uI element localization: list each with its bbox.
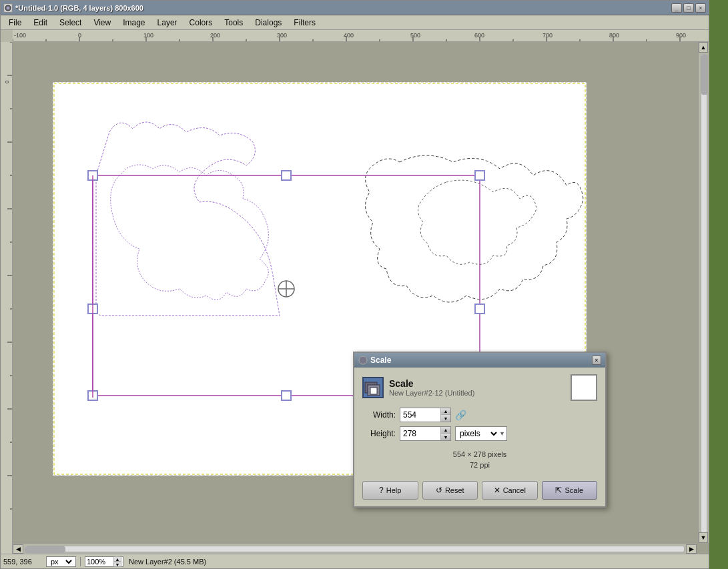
scroll-left-button[interactable]: ◀ (13, 544, 23, 554)
width-up-button[interactable]: ▲ (441, 408, 450, 415)
scroll-down-button[interactable]: ▼ (699, 532, 708, 543)
scroll-thumb[interactable] (25, 546, 65, 553)
layer-info: New Layer#2 (45.5 MB) (126, 558, 206, 566)
scroll-right-button[interactable]: ▶ (686, 544, 697, 554)
zoom-spin: ▲ ▼ (113, 556, 121, 567)
svg-rect-67 (282, 391, 291, 400)
divider (80, 557, 81, 566)
coordinates-display: 559, 396 (3, 558, 43, 566)
svg-text:500: 500 (410, 32, 420, 39)
width-input[interactable] (400, 408, 440, 422)
svg-text:900: 900 (676, 32, 686, 39)
app-window: *Untitled-1.0 (RGB, 4 layers) 800x600 _ … (0, 0, 709, 569)
vertical-scrollbar[interactable]: ▲ ▼ (698, 42, 709, 543)
dialog-layer-name: Scale (389, 378, 565, 389)
menu-tools[interactable]: Tools (219, 17, 248, 29)
horizontal-scrollbar[interactable]: ◀ ▶ (13, 543, 697, 554)
svg-text:-100: -100 (14, 32, 26, 39)
dialog-title-bar: Scale × (354, 353, 605, 368)
help-label: Help (386, 486, 402, 494)
height-spin-buttons: ▲ ▼ (440, 427, 450, 440)
menu-bar: File Edit Select View Image Layer Colors… (1, 15, 709, 30)
height-label: Height: (362, 429, 396, 438)
title-bar-left: *Untitled-1.0 (RGB, 4 layers) 800x600 (3, 3, 143, 13)
dropdown-arrow-icon: ▼ (499, 430, 505, 437)
width-down-button[interactable]: ▼ (441, 415, 450, 422)
dialog-header: Scale New Layer#2-12 (Untitled) (362, 374, 597, 401)
menu-filters[interactable]: Filters (288, 17, 321, 29)
dialog-icon-small (358, 356, 368, 365)
dialog-close-button[interactable]: × (592, 356, 601, 365)
zoom-input[interactable] (87, 558, 113, 566)
help-button[interactable]: ? Help (362, 481, 418, 500)
scale-icon: ⇱ (555, 486, 562, 495)
menu-select[interactable]: Select (54, 17, 87, 29)
menu-file[interactable]: File (3, 17, 27, 29)
cancel-label: Cancel (503, 486, 526, 494)
scroll-up-button[interactable]: ▲ (699, 42, 708, 53)
svg-text:0: 0 (4, 80, 10, 83)
svg-point-73 (359, 356, 367, 364)
minimize-button[interactable]: _ (671, 3, 682, 13)
svg-text:400: 400 (344, 32, 354, 39)
close-button[interactable]: × (695, 3, 706, 13)
window-title: *Untitled-1.0 (RGB, 4 layers) 800x600 (15, 4, 143, 12)
menu-edit[interactable]: Edit (28, 17, 53, 29)
svg-rect-63 (475, 171, 484, 180)
help-icon: ? (379, 486, 384, 495)
title-bar: *Untitled-1.0 (RGB, 4 layers) 800x600 _ … (1, 1, 709, 15)
scroll-vtrack[interactable] (701, 54, 707, 534)
dialog-title-area: Scale (358, 356, 391, 365)
svg-rect-76 (370, 388, 377, 394)
width-field-row: Width: ▲ ▼ 🔗 (362, 408, 597, 422)
scale-dialog: Scale × Scale New Layer#2-12 (Untitled) (353, 352, 607, 508)
dimension-info: 554 × 278 pixels (362, 450, 597, 458)
width-label: Width: (362, 410, 396, 420)
menu-dialogs[interactable]: Dialogs (250, 17, 287, 29)
width-spin-buttons: ▲ ▼ (440, 408, 450, 422)
ppi-info: 72 ppi (362, 461, 597, 469)
menu-image[interactable]: Image (117, 17, 150, 29)
horizontal-ruler: -100 0 100 200 300 400 500 (13, 30, 709, 42)
height-input-wrap: ▲ ▼ (400, 426, 451, 441)
menu-colors[interactable]: Colors (184, 17, 218, 29)
dialog-body: Scale New Layer#2-12 (Untitled) Width: ▲… (354, 368, 605, 506)
svg-text:200: 200 (210, 32, 220, 39)
height-input[interactable] (400, 427, 440, 440)
dialog-button-row: ? Help ↺ Reset ✕ Cancel ⇱ Scale (362, 481, 597, 500)
scale-button[interactable]: ⇱ Scale (542, 481, 598, 500)
maximize-button[interactable]: □ (683, 3, 694, 13)
app-icon (3, 3, 13, 13)
width-input-wrap: ▲ ▼ (400, 408, 451, 422)
zoom-up-button[interactable]: ▲ (113, 556, 121, 562)
svg-text:100: 100 (143, 32, 153, 39)
unit-selector[interactable]: px % in mm (46, 556, 76, 567)
vertical-ruler: 0 100 200 300 400 500 600 (1, 42, 13, 554)
scroll-vthumb[interactable] (701, 55, 708, 95)
reset-label: Reset (445, 486, 464, 494)
svg-text:0: 0 (78, 32, 81, 39)
svg-rect-35 (1, 42, 13, 542)
dialog-title: Scale (370, 356, 391, 365)
scroll-track[interactable] (25, 546, 685, 552)
scale-unit-select[interactable]: pixels percent inches mm cm (457, 428, 499, 439)
svg-rect-65 (475, 304, 484, 314)
svg-rect-1 (13, 30, 709, 42)
dialog-preview (571, 374, 597, 401)
zoom-down-button[interactable]: ▼ (113, 562, 121, 567)
height-up-button[interactable]: ▲ (441, 427, 450, 434)
svg-text:800: 800 (609, 32, 619, 39)
cancel-button[interactable]: ✕ Cancel (482, 481, 538, 500)
unit-select[interactable]: px % in mm (48, 557, 74, 566)
svg-text:600: 600 (474, 32, 484, 39)
menu-view[interactable]: View (88, 17, 116, 29)
cancel-icon: ✕ (494, 486, 500, 495)
zoom-display[interactable]: ▲ ▼ (85, 556, 123, 567)
menu-layer[interactable]: Layer (152, 17, 183, 29)
svg-rect-62 (282, 171, 291, 180)
height-down-button[interactable]: ▼ (441, 434, 450, 440)
title-bar-buttons: _ □ × (671, 3, 706, 13)
dialog-layer-info: Scale New Layer#2-12 (Untitled) (389, 378, 565, 397)
unit-select-wrap[interactable]: pixels percent inches mm cm ▼ (455, 426, 507, 441)
reset-button[interactable]: ↺ Reset (422, 481, 478, 500)
